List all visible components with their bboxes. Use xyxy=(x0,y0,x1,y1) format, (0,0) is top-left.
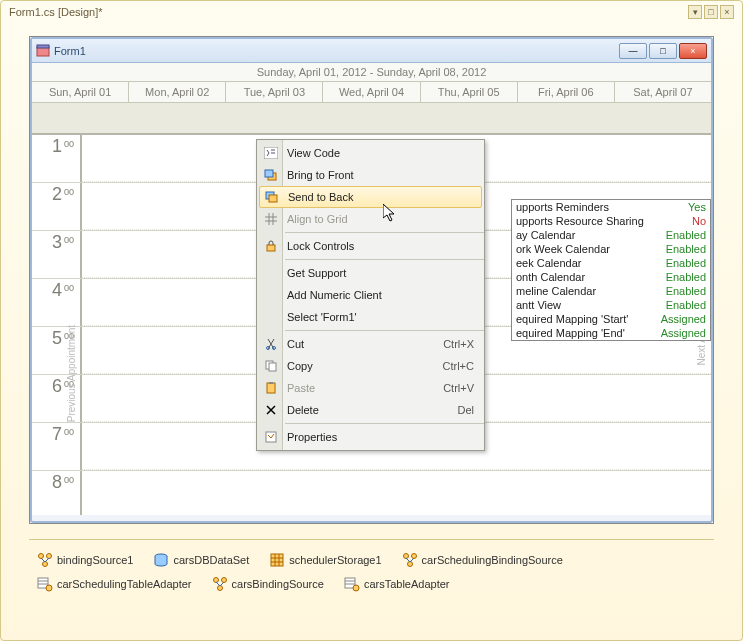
context-menu-label: Lock Controls xyxy=(287,240,484,252)
context-menu-item[interactable]: Bring to Front xyxy=(257,164,484,186)
smart-panel-row[interactable]: equired Mapping 'Start'Assigned xyxy=(512,312,710,326)
smart-panel-key: onth Calendar xyxy=(516,271,666,283)
outer-close-icon[interactable]: × xyxy=(720,5,734,19)
svg-rect-4 xyxy=(265,170,273,177)
context-menu-item[interactable]: CutCtrl+X xyxy=(257,333,484,355)
svg-point-15 xyxy=(39,554,44,559)
form-icon xyxy=(36,44,50,58)
hour-label: 100 xyxy=(32,135,82,182)
smart-panel-row[interactable]: antt ViewEnabled xyxy=(512,298,710,312)
context-menu-item[interactable]: DeleteDel xyxy=(257,399,484,421)
prev-appointment-label[interactable]: Previous Appointment xyxy=(66,325,77,422)
context-menu-item[interactable]: CopyCtrl+C xyxy=(257,355,484,377)
grid-icon xyxy=(261,211,281,227)
svg-rect-11 xyxy=(269,363,276,371)
context-menu-label: Delete xyxy=(287,404,457,416)
smart-panel-value: Yes xyxy=(688,201,706,213)
context-menu-item[interactable]: View Code xyxy=(257,142,484,164)
day-column-header[interactable]: Sat, April 07 xyxy=(615,82,711,102)
component-label: carsBindingSource xyxy=(232,578,324,590)
svg-rect-1 xyxy=(37,45,49,48)
day-column-header[interactable]: Tue, April 03 xyxy=(226,82,323,102)
component-icon xyxy=(344,576,360,592)
component-item[interactable]: carsTableAdapter xyxy=(344,576,450,592)
form-minimize-button[interactable]: — xyxy=(619,43,647,59)
day-column-header[interactable]: Thu, April 05 xyxy=(421,82,518,102)
props-icon xyxy=(261,429,281,445)
outer-restore-icon[interactable]: ▾ xyxy=(688,5,702,19)
copy-icon xyxy=(261,358,281,374)
smart-panel-value: Enabled xyxy=(666,285,706,297)
context-menu: View CodeBring to FrontSend to BackAlign… xyxy=(256,139,485,451)
context-menu-item: PasteCtrl+V xyxy=(257,377,484,399)
component-icon xyxy=(212,576,228,592)
context-menu-label: Bring to Front xyxy=(287,169,484,181)
svg-rect-6 xyxy=(269,195,277,202)
hour-label: 800 xyxy=(32,471,82,515)
context-menu-label: Properties xyxy=(287,431,484,443)
context-menu-shortcut: Ctrl+X xyxy=(443,338,484,350)
context-menu-item: Align to Grid xyxy=(257,208,484,230)
smart-panel-value: Enabled xyxy=(666,243,706,255)
component-item[interactable]: carsBindingSource xyxy=(212,576,324,592)
smart-panel-row[interactable]: ay CalendarEnabled xyxy=(512,228,710,242)
svg-point-25 xyxy=(213,578,218,583)
context-menu-item[interactable]: Add Numeric Client xyxy=(257,284,484,306)
svg-point-20 xyxy=(403,554,408,559)
smart-panel-row[interactable]: meline CalendarEnabled xyxy=(512,284,710,298)
component-icon xyxy=(402,552,418,568)
day-column-header[interactable]: Mon, April 02 xyxy=(129,82,226,102)
context-menu-shortcut: Ctrl+C xyxy=(443,360,484,372)
hour-row[interactable]: 800 xyxy=(32,471,711,515)
context-menu-item[interactable]: Properties xyxy=(257,426,484,448)
smart-panel-key: ork Week Calendar xyxy=(516,243,666,255)
smart-panel-row[interactable]: onth CalendarEnabled xyxy=(512,270,710,284)
delete-icon xyxy=(261,402,281,418)
context-menu-label: Add Numeric Client xyxy=(287,289,484,301)
component-icon xyxy=(153,552,169,568)
code-icon xyxy=(261,145,281,161)
smart-panel-value: Enabled xyxy=(666,299,706,311)
context-menu-shortcut: Del xyxy=(457,404,484,416)
form-close-button[interactable]: × xyxy=(679,43,707,59)
form-titlebar[interactable]: Form1 — □ × xyxy=(32,39,711,63)
context-menu-item[interactable]: Send to Back xyxy=(259,186,482,208)
form-maximize-button[interactable]: □ xyxy=(649,43,677,59)
context-menu-shortcut: Ctrl+V xyxy=(443,382,484,394)
smart-panel-key: meline Calendar xyxy=(516,285,666,297)
day-column-header[interactable]: Fri, April 06 xyxy=(518,82,615,102)
outer-titlebar: Form1.cs [Design]* ▾ □ × xyxy=(1,1,742,23)
smart-panel-value: Enabled xyxy=(666,229,706,241)
svg-point-24 xyxy=(46,585,52,591)
component-item[interactable]: carSchedulingTableAdapter xyxy=(37,576,192,592)
context-menu-label: Cut xyxy=(287,338,443,350)
svg-point-21 xyxy=(411,554,416,559)
context-menu-item[interactable]: Get Support xyxy=(257,262,484,284)
svg-point-29 xyxy=(353,585,359,591)
smart-tag-panel[interactable]: upports RemindersYesupports Resource Sha… xyxy=(511,199,711,341)
context-menu-separator xyxy=(285,330,484,331)
component-item[interactable]: carSchedulingBindingSource xyxy=(402,552,563,568)
component-item[interactable]: schedulerStorage1 xyxy=(269,552,381,568)
smart-panel-row[interactable]: ork Week CalendarEnabled xyxy=(512,242,710,256)
smart-panel-row[interactable]: equired Mapping 'End'Assigned xyxy=(512,326,710,340)
hour-label: 400 xyxy=(32,279,82,326)
smart-panel-row[interactable]: upports RemindersYes xyxy=(512,200,710,214)
context-menu-label: Align to Grid xyxy=(287,213,484,225)
smart-panel-row[interactable]: eek CalendarEnabled xyxy=(512,256,710,270)
smart-panel-value: Enabled xyxy=(666,257,706,269)
context-menu-item[interactable]: Lock Controls xyxy=(257,235,484,257)
smart-panel-key: upports Resource Sharing xyxy=(516,215,692,227)
svg-rect-14 xyxy=(266,432,276,442)
day-column-header[interactable]: Wed, April 04 xyxy=(323,82,420,102)
send-back-icon xyxy=(262,189,282,205)
allday-area[interactable] xyxy=(32,103,711,135)
day-column-header[interactable]: Sun, April 01 xyxy=(32,82,129,102)
component-item[interactable]: bindingSource1 xyxy=(37,552,133,568)
outer-maximize-icon[interactable]: □ xyxy=(704,5,718,19)
context-menu-label: Copy xyxy=(287,360,443,372)
context-menu-item[interactable]: Select 'Form1' xyxy=(257,306,484,328)
component-item[interactable]: carsDBDataSet xyxy=(153,552,249,568)
smart-panel-row[interactable]: upports Resource SharingNo xyxy=(512,214,710,228)
day-columns: Sun, April 01Mon, April 02Tue, April 03W… xyxy=(32,81,711,102)
